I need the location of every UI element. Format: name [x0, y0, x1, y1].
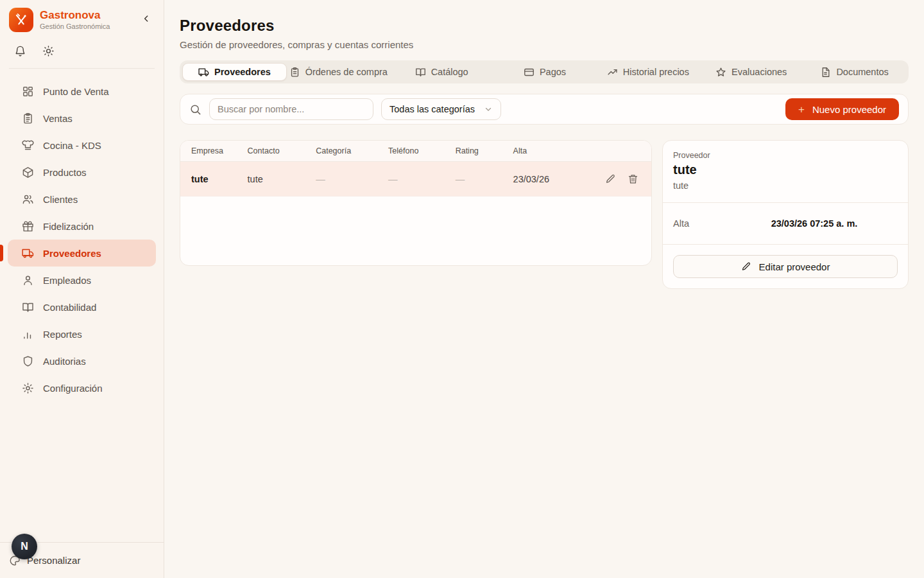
cell-telefono: — — [388, 162, 456, 197]
provider-detail-card: Proveedor tute tute Alta 23/03/26 07:25 … — [662, 140, 909, 289]
new-provider-button[interactable]: + Nuevo proveedor — [785, 98, 899, 120]
column-header-empresa: Empresa — [180, 141, 248, 162]
tab-ordenes-de-compra[interactable]: Órdenes de compra — [287, 63, 390, 81]
cell-categoria: — — [316, 162, 388, 197]
new-provider-label: Nuevo proveedor — [812, 104, 886, 115]
detail-provider-name: tute — [673, 162, 898, 177]
clipboard-icon — [289, 67, 300, 78]
sidebar-item-label: Empleados — [43, 275, 91, 286]
cell-contacto: tute — [248, 162, 316, 197]
edit-provider-label: Editar proveedor — [759, 261, 830, 272]
page-subtitle: Gestión de proveedores, compras y cuenta… — [180, 39, 909, 50]
tab-label: Evaluaciones — [732, 67, 787, 77]
page-title: Proveedores — [180, 17, 909, 35]
column-header-rating: Rating — [456, 141, 513, 162]
tab-catalogo[interactable]: Catálogo — [390, 63, 493, 81]
tab-bar: Proveedores Órdenes de compra Catálogo — [180, 60, 909, 83]
credit-card-icon — [524, 67, 535, 78]
book-open-icon — [415, 67, 426, 78]
plus-icon: + — [798, 104, 805, 115]
tab-label: Historial precios — [623, 67, 689, 77]
column-header-telefono: Teléfono — [388, 141, 456, 162]
filters-toolbar: Todas las categorías + Nuevo proveedor — [180, 94, 909, 125]
user-icon — [22, 274, 34, 286]
bar-chart-icon — [22, 328, 34, 340]
truck-icon — [22, 247, 34, 259]
tab-evaluaciones[interactable]: Evaluaciones — [699, 63, 803, 81]
tab-label: Catálogo — [431, 67, 468, 77]
column-header-categoria: Categoría — [316, 141, 388, 162]
category-filter-select[interactable]: Todas las categorías — [381, 98, 501, 120]
shield-icon — [22, 355, 34, 367]
pencil-icon — [741, 261, 751, 272]
sidebar-item-label: Clientes — [43, 194, 78, 205]
bell-icon — [14, 45, 26, 57]
personalize-button[interactable]: Personalizar — [27, 555, 80, 566]
table-row[interactable]: tute tute — — — 23/03/26 — [180, 162, 651, 197]
star-icon — [715, 67, 726, 78]
sidebar-item-configuracion[interactable]: Configuración — [8, 374, 156, 401]
sidebar-item-contabilidad[interactable]: Contabilidad — [8, 293, 156, 320]
file-text-icon — [820, 67, 831, 78]
trash-icon — [628, 173, 638, 184]
providers-table-panel: Empresa Contacto Categoría Teléfono Rati… — [180, 140, 652, 266]
edit-provider-button[interactable]: Editar proveedor — [673, 255, 898, 278]
sidebar-item-ventas[interactable]: Ventas — [8, 105, 156, 132]
sidebar-footer: Personalizar N — [0, 542, 164, 578]
chef-hat-icon — [22, 139, 34, 152]
sidebar-item-label: Ventas — [43, 113, 73, 124]
brand-name: Gastronova — [40, 9, 132, 22]
detail-kicker: Proveedor — [673, 151, 898, 160]
tab-proveedores[interactable]: Proveedores — [182, 63, 287, 81]
users-icon — [22, 193, 34, 206]
tab-label: Pagos — [540, 67, 566, 77]
gear-icon — [22, 382, 34, 394]
sidebar-item-label: Configuración — [43, 383, 103, 394]
clipboard-icon — [22, 112, 34, 125]
sidebar-item-fidelizacion[interactable]: Fidelización — [8, 213, 156, 240]
theme-toggle-button[interactable] — [40, 42, 56, 59]
category-filter-value: Todas las categorías — [389, 104, 475, 114]
column-header-actions — [587, 141, 651, 162]
tab-documentos[interactable]: Documentos — [803, 63, 906, 81]
detail-alta-value: 23/03/26 07:25 a. m. — [731, 218, 898, 229]
tab-pagos[interactable]: Pagos — [493, 63, 597, 81]
sidebar-item-label: Proveedores — [43, 248, 101, 259]
grid-icon — [22, 85, 34, 98]
sidebar-item-productos[interactable]: Productos — [8, 159, 156, 186]
book-open-icon — [22, 301, 34, 313]
cell-rating: — — [456, 162, 513, 197]
main-content: Proveedores Gestión de proveedores, comp… — [164, 0, 924, 578]
sidebar-item-proveedores[interactable]: Proveedores — [8, 240, 156, 267]
sidebar-collapse-button[interactable] — [138, 10, 155, 27]
sidebar-nav: Punto de Venta Ventas Cocina - KDS — [0, 69, 164, 542]
sidebar-item-cocina-kds[interactable]: Cocina - KDS — [8, 132, 156, 159]
chevron-left-icon — [141, 13, 151, 24]
sidebar-item-auditorias[interactable]: Auditorias — [8, 347, 156, 374]
chevron-down-icon — [484, 105, 493, 114]
cell-empresa: tute — [180, 162, 248, 197]
gift-icon — [22, 220, 34, 232]
sidebar-item-clientes[interactable]: Clientes — [8, 186, 156, 213]
pencil-icon — [605, 173, 616, 184]
detail-provider-contact: tute — [673, 180, 898, 191]
search-icon — [189, 103, 201, 116]
avatar-initial: N — [21, 541, 28, 552]
sidebar-item-label: Reportes — [43, 329, 82, 340]
column-header-alta: Alta — [513, 141, 587, 162]
edit-row-button[interactable] — [605, 173, 616, 184]
delete-row-button[interactable] — [628, 173, 638, 184]
column-header-contacto: Contacto — [248, 141, 316, 162]
search-input[interactable] — [209, 98, 373, 120]
sidebar-item-label: Punto de Venta — [43, 86, 109, 97]
sidebar-item-label: Auditorias — [43, 356, 86, 367]
sidebar: Gastronova Gestión Gastronómica — [0, 0, 164, 578]
sidebar-item-empleados[interactable]: Empleados — [8, 267, 156, 293]
avatar[interactable]: N — [12, 534, 37, 559]
providers-table: Empresa Contacto Categoría Teléfono Rati… — [180, 141, 651, 197]
sidebar-item-label: Contabilidad — [43, 302, 96, 313]
notifications-button[interactable] — [12, 42, 28, 59]
tab-historial-precios[interactable]: Historial precios — [596, 63, 699, 81]
sidebar-item-punto-de-venta[interactable]: Punto de Venta — [8, 78, 156, 105]
sidebar-item-reportes[interactable]: Reportes — [8, 320, 156, 347]
